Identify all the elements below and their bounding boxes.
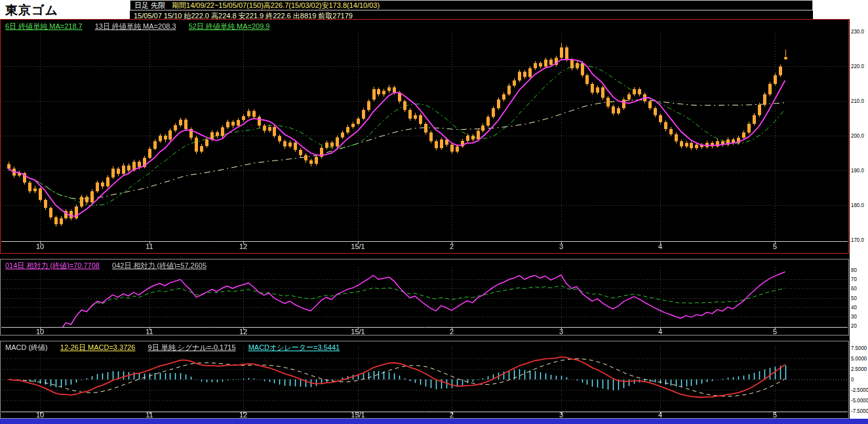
price-month-label: 12 bbox=[239, 242, 247, 250]
rsi-legend: 014日 相対力 (終値)=70.7708 042日 相対力 (終値)=57.2… bbox=[5, 261, 217, 271]
chart-app-window: 東京ゴム 日足 先限 期間14/09/22~15/05/07(150)高226.… bbox=[0, 0, 868, 424]
rsi-month-label: 10 bbox=[36, 328, 44, 336]
rsi-axis-label: 30 bbox=[851, 313, 857, 320]
macd-month-label: 10 bbox=[36, 411, 44, 419]
macd-legend: MACD (終値) 12-26日 MACD=3.3726 9日 単純 シグナル=… bbox=[5, 343, 350, 353]
macd-oscillator-label: MACDオシレーター=3.5441 bbox=[248, 343, 340, 351]
macd-axis-label: 5.0000 bbox=[851, 355, 867, 362]
chart-type-label: 日足 先限 bbox=[134, 1, 165, 10]
macd-axis-label: 0 bbox=[851, 376, 854, 383]
macd-month-label: 4 bbox=[658, 411, 662, 419]
price-month-label: 3 bbox=[559, 242, 563, 250]
rsi-axis-label: 20 bbox=[851, 322, 857, 329]
price-ma-legend: 6日 終値単純 MA=218.7 13日 終値単純 MA=208.3 52日 終… bbox=[5, 22, 280, 31]
rsi-month-label: 11 bbox=[146, 328, 153, 336]
price-month-label: 15/1 bbox=[351, 242, 365, 250]
macd-title-label: MACD (終値) bbox=[5, 343, 48, 351]
macd-axis-label: 2.5000 bbox=[851, 366, 867, 372]
ma13-legend-label: 13日 終値単純 MA=208.3 bbox=[95, 22, 176, 30]
macd-signal-label: 9日 単純 シグナル=-0.1715 bbox=[148, 343, 236, 351]
price-axis-label: 180.0 bbox=[851, 202, 864, 208]
instrument-title: 東京ゴム bbox=[5, 2, 58, 19]
period-range-label: 期間14/09/22~15/05/07(150)高226.7(15/03/02)… bbox=[172, 1, 380, 10]
rsi-axis-label: 70 bbox=[851, 276, 857, 282]
bottom-bar bbox=[0, 419, 868, 424]
rsi-month-label: 5 bbox=[773, 328, 777, 336]
price-month-label: 5 bbox=[773, 242, 777, 250]
rsi-axis-label: 50 bbox=[851, 295, 857, 301]
price-axis-label: 210.0 bbox=[851, 98, 864, 104]
header-right-spacer bbox=[813, 0, 868, 19]
macd-value-label: 12-26日 MACD=3.3726 bbox=[60, 343, 136, 351]
macd-chart-canvas[interactable] bbox=[1, 341, 848, 418]
macd-month-label: 3 bbox=[559, 411, 563, 419]
rsi-axis-label: 60 bbox=[851, 285, 857, 292]
chart-info-bar: 日足 先限 期間14/09/22~15/05/07(150)高226.7(15/… bbox=[130, 0, 813, 10]
rsi-axis-label: 40 bbox=[851, 304, 857, 311]
macd-month-label: 2 bbox=[450, 411, 454, 419]
macd-axis-label: -7.5000 bbox=[851, 408, 868, 414]
macd-axis-label: -5.0000 bbox=[851, 397, 868, 404]
rsi-month-label: 3 bbox=[559, 328, 563, 336]
rsi14-legend-label: 014日 相対力 (終値)=70.7708 bbox=[5, 261, 100, 269]
rsi-month-label: 12 bbox=[239, 328, 247, 336]
macd-month-label: 11 bbox=[146, 411, 153, 419]
ma52-legend-label: 52日 終値単純 MA=209.9 bbox=[189, 22, 270, 30]
rsi42-legend-label: 042日 相対力 (終値)=57.2605 bbox=[112, 261, 207, 269]
macd-month-label: 5 bbox=[773, 411, 777, 419]
rsi-month-label: 2 bbox=[450, 328, 454, 336]
macd-month-label: 15/1 bbox=[351, 411, 365, 419]
price-month-label: 10 bbox=[36, 242, 44, 250]
macd-axis-label: -2.5000 bbox=[851, 387, 868, 393]
macd-axis-label: 7.5000 bbox=[851, 345, 867, 351]
price-axis-label: 220.0 bbox=[851, 63, 864, 69]
price-month-label: 2 bbox=[450, 242, 454, 250]
rsi-month-label: 4 bbox=[658, 328, 662, 336]
price-axis-label: 190.0 bbox=[851, 167, 864, 174]
rsi-axis-label: 80 bbox=[851, 267, 857, 273]
candlestick-chart-canvas[interactable] bbox=[1, 20, 848, 253]
rsi-month-label: 15/1 bbox=[351, 328, 365, 336]
price-axis-label: 230.0 bbox=[851, 28, 864, 35]
instrument-title-box: 東京ゴム bbox=[0, 0, 130, 19]
price-month-label: 11 bbox=[146, 242, 153, 250]
macd-month-label: 12 bbox=[239, 411, 247, 419]
price-month-label: 4 bbox=[658, 242, 662, 250]
rsi-chart-canvas[interactable] bbox=[1, 260, 848, 335]
price-axis-label: 170.0 bbox=[851, 237, 864, 243]
ma6-legend-label: 6日 終値単純 MA=218.7 bbox=[5, 22, 83, 30]
price-axis-label: 200.0 bbox=[851, 132, 864, 139]
